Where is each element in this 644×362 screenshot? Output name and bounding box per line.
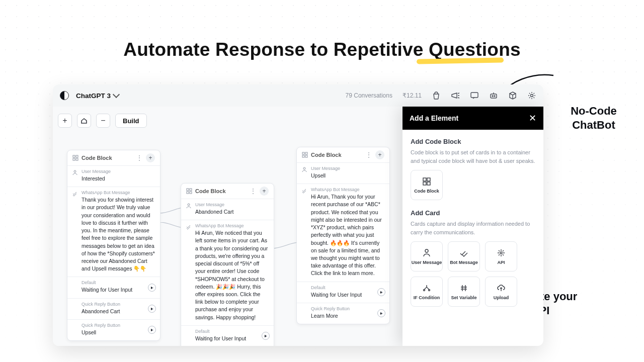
card-title: Code Block: [311, 152, 362, 158]
workspace-name: ChatGPT 3: [76, 92, 111, 100]
svg-rect-17: [302, 152, 304, 154]
port-default[interactable]: [148, 284, 156, 292]
grid-icon: [422, 177, 431, 186]
section-heading-code: Add Code Block: [411, 138, 535, 145]
close-icon[interactable]: ✕: [529, 113, 536, 124]
svg-point-21: [303, 167, 305, 169]
port-qr-1[interactable]: [148, 305, 156, 313]
hero-underline: [417, 57, 504, 64]
check-icon: [302, 188, 307, 193]
drawer-title: Add a Element: [410, 114, 458, 122]
tile-upload[interactable]: Upload: [485, 277, 517, 307]
label-default: Default: [82, 280, 155, 285]
card-title: Code Block: [82, 155, 133, 161]
add-button[interactable]: +: [58, 114, 72, 128]
bag-icon[interactable]: [432, 91, 441, 100]
megaphone-icon[interactable]: [451, 91, 460, 100]
svg-rect-19: [302, 155, 304, 157]
svg-rect-15: [190, 192, 192, 194]
svg-rect-18: [305, 152, 307, 154]
tile-api[interactable]: API: [485, 241, 517, 272]
card-menu[interactable]: ⋮: [250, 188, 257, 195]
label-user-msg: User Message: [195, 202, 269, 207]
card-menu[interactable]: ⋮: [136, 154, 143, 161]
svg-rect-9: [73, 158, 75, 160]
label-bot-msg: WhatsApp Bot Message: [311, 187, 384, 192]
port-default[interactable]: [262, 332, 270, 340]
add-element-drawer: Add a Element ✕ Add Code Block Code bloc…: [403, 107, 543, 346]
default-value: Waiting for User Input: [195, 335, 269, 342]
user-icon: [302, 167, 307, 172]
svg-point-3: [494, 96, 495, 97]
port-qr[interactable]: [377, 309, 385, 317]
label-default: Default: [195, 329, 269, 334]
user-icon: [422, 248, 431, 257]
section-desc-code: Code block is to put set of cards in to …: [411, 148, 535, 165]
grid-icon: [72, 155, 78, 161]
user-icon: [72, 170, 77, 175]
section-heading-card: Add Card: [411, 209, 535, 217]
app-frame: ChatGPT 3 79 Conversations ₹12.11: [53, 84, 543, 346]
code-block-card-3[interactable]: Code Block ⋮ + User Message Upsell Whats…: [296, 147, 390, 324]
tile-code-block[interactable]: Code Block: [411, 170, 443, 200]
label-user-msg: User Message: [311, 166, 384, 171]
svg-rect-13: [190, 189, 192, 191]
check-icon: [186, 224, 191, 229]
card-title: Code Block: [195, 188, 247, 194]
builder-tools: + − Build: [58, 114, 147, 128]
bot-icon[interactable]: [489, 91, 498, 100]
svg-rect-8: [76, 155, 78, 157]
user-icon: [186, 203, 191, 208]
theme-icon[interactable]: [60, 91, 69, 100]
hash-icon: [459, 284, 468, 293]
svg-rect-25: [427, 182, 430, 185]
code-block-card-2[interactable]: Code Block ⋮ + User Message Abandoned Ca…: [181, 183, 274, 346]
port-qr-2[interactable]: [148, 326, 156, 334]
bot-msg-value: Hi Arun, We noticed that you left some i…: [195, 229, 269, 321]
svg-rect-23: [427, 178, 430, 181]
svg-point-2: [492, 96, 493, 97]
svg-rect-24: [423, 182, 426, 185]
bot-msg-value: Thank you for showing interest in our pr…: [82, 196, 155, 273]
svg-rect-1: [491, 94, 497, 98]
svg-point-4: [531, 95, 533, 97]
svg-rect-12: [187, 189, 189, 191]
workspace-dropdown[interactable]: ChatGPT 3: [76, 92, 119, 100]
default-value: Waiting for User Input: [82, 286, 155, 294]
app-toolbar: ChatGPT 3 79 Conversations ₹12.11: [53, 84, 543, 107]
chat-icon[interactable]: [470, 91, 479, 100]
card-add[interactable]: +: [146, 153, 155, 162]
label-bot-msg: WhatsApp Bot Message: [195, 223, 269, 228]
remove-button[interactable]: −: [96, 114, 110, 128]
card-menu[interactable]: ⋮: [365, 151, 372, 158]
label-qr-1: Quick Reply Button: [82, 302, 155, 307]
check-icon: [72, 191, 77, 196]
gear-icon[interactable]: [527, 91, 536, 100]
svg-point-29: [429, 289, 430, 291]
qr-value-2: Upsell: [82, 329, 155, 336]
port-default[interactable]: [377, 288, 385, 296]
label-user-msg: User Message: [82, 169, 155, 174]
cube-icon[interactable]: [508, 91, 517, 100]
tile-if-condition[interactable]: IF Condition: [411, 277, 443, 307]
qr-value: Learn More: [311, 312, 384, 320]
label-qr-2: Quick Reply Button: [82, 323, 155, 328]
code-block-card-1[interactable]: Code Block ⋮ + User Message Interested W…: [67, 150, 160, 341]
branch-icon: [422, 284, 431, 293]
user-msg-value: Abandoned Cart: [195, 208, 269, 216]
double-check-icon: [459, 248, 468, 257]
tile-set-variable[interactable]: Set Variable: [448, 277, 480, 307]
build-button[interactable]: Build: [115, 114, 147, 128]
svg-rect-0: [471, 93, 478, 98]
svg-rect-14: [187, 192, 189, 194]
home-button[interactable]: [77, 114, 91, 128]
card-add[interactable]: +: [260, 187, 269, 196]
svg-rect-10: [76, 158, 78, 160]
grid-icon: [302, 152, 308, 158]
svg-rect-20: [305, 155, 307, 157]
card-add[interactable]: +: [375, 150, 384, 159]
cloud-upload-icon: [497, 284, 506, 293]
svg-rect-22: [423, 178, 426, 181]
tile-user-message[interactable]: User Message: [411, 241, 443, 272]
tile-bot-message[interactable]: Bot Message: [448, 241, 480, 272]
